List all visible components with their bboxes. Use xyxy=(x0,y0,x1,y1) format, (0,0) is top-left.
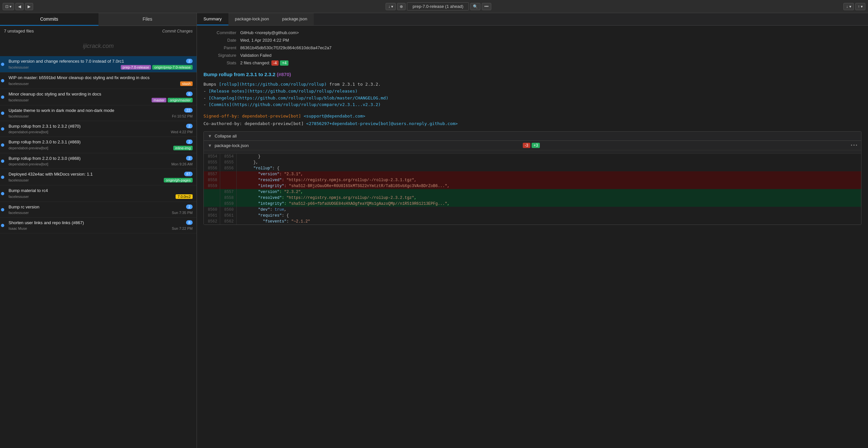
commit-item[interactable]: Bump material to rc4facelessuser7.0.0rc2 xyxy=(0,185,196,202)
diff-line-num-old: 8554 xyxy=(204,154,220,159)
commit-item[interactable]: Deployed 432e4ac with MkDocs version: 1.… xyxy=(0,169,196,185)
commit-date: Sun 7:35 PM xyxy=(172,211,193,215)
diff-line-content: }, xyxy=(237,159,861,166)
forward-button[interactable]: ▶ xyxy=(25,3,33,10)
pull-button[interactable]: ↓ ▾ xyxy=(843,3,854,10)
diff-line-num-new: 8558 xyxy=(220,195,237,201)
stats-label: Stats xyxy=(204,60,236,66)
commit-header: Bump rc version2 xyxy=(8,205,193,209)
tab-summary[interactable]: Summary xyxy=(197,13,228,25)
co-authored: Co-authored-by: dependabot-preview[bot] … xyxy=(204,121,862,126)
commit-header: WIP on master: b5591bd Minor cleanup doc… xyxy=(8,75,193,80)
issue-link: (#870) xyxy=(277,71,291,77)
search-button[interactable]: 🔍 xyxy=(470,3,480,10)
commit-count: 87 xyxy=(184,172,193,176)
diff-line: 8558 "resolved": "https://registry.npmjs… xyxy=(204,195,861,201)
unstaged-title: 7 unstaged files xyxy=(4,29,34,33)
window-controls[interactable]: ⊡ ▾ xyxy=(3,3,14,10)
diff-line-num-old xyxy=(204,201,220,207)
commit-changes-button[interactable]: Commit Changes xyxy=(162,29,193,33)
commit-tags: Sun 7:35 PM xyxy=(172,211,193,215)
signature-label: Signature xyxy=(204,52,236,58)
diff-line-num-old: 8560 xyxy=(204,207,220,213)
collapse-all-bar[interactable]: ▼ Collapse all xyxy=(204,131,861,141)
commit-item[interactable]: Bump rollup from 2.3.0 to 2.3.1 (#869)2d… xyxy=(0,137,196,153)
tab-package-json[interactable]: package.json xyxy=(276,13,314,25)
toolbar-right: ↓ ▾ ↑ ▾ xyxy=(843,3,865,10)
stats-minus: -4 xyxy=(271,60,279,66)
fetch-button[interactable]: ↓ ▾ xyxy=(385,3,396,10)
diff-line: 85548554 } xyxy=(204,154,861,159)
diff-line-content: "rollup": { xyxy=(237,166,861,171)
diff-line-num-old: 8562 xyxy=(204,218,220,225)
diff-line: 8559 "integrity": "sha512-BRjzOauORe+R0U… xyxy=(204,183,861,189)
body-line2: - [Release notes](https://github.com/rol… xyxy=(204,88,862,95)
commit-title: WIP on master: b5591bd Minor cleanup doc… xyxy=(8,75,190,80)
commit-header: Bump rollup from 2.3.1 to 2.3.2 (#870)2 xyxy=(8,124,193,129)
commit-item[interactable]: Minor cleanup doc styling and fix wordin… xyxy=(0,89,196,106)
more-button[interactable]: ••• xyxy=(482,3,491,10)
commit-indicator xyxy=(1,127,4,131)
body-line1: Bumps [rollup](https://github.com/rollup… xyxy=(204,81,862,88)
diff-section: ▼ Collapse all ▼ package-lock.json -3 +3… xyxy=(204,131,862,225)
commit-item[interactable]: Bump rc version2facelessuserSun 7:35 PM xyxy=(0,202,196,218)
commit-tag: origin/gh-pages xyxy=(164,178,193,182)
diff-file-arrow: ▼ xyxy=(208,143,212,148)
commit-date: Sun 7:22 PM xyxy=(172,227,193,230)
diff-line: 8558 "resolved": "https://registry.npmjs… xyxy=(204,177,861,183)
diff-line-num-new xyxy=(220,171,237,177)
left-content: 7 unstaged files Commit Changes ijicrack… xyxy=(0,26,196,448)
commit-footer: Isaac MuseSun 7:22 PM xyxy=(8,227,193,230)
commit-tag: stash xyxy=(180,81,193,86)
commit-item[interactable]: Bump rollup from 2.2.0 to 2.3.0 (#868)2d… xyxy=(0,153,196,169)
commit-item[interactable]: Shorten user links and repo links (#867)… xyxy=(0,218,196,233)
tab-commits[interactable]: Commits xyxy=(0,13,98,26)
tab-package-lock[interactable]: package-lock.json xyxy=(228,13,276,25)
commit-title: Deployed 432e4ac with MkDocs version: 1.… xyxy=(8,172,182,177)
diff-line-num-new xyxy=(220,183,237,189)
diff-line-num-old: 8556 xyxy=(204,166,220,171)
commit-item[interactable]: Bump version and change references to 7.… xyxy=(0,56,196,72)
commit-item[interactable]: Bump rollup from 2.3.1 to 2.3.2 (#870)2d… xyxy=(0,121,196,137)
back-button[interactable]: ◀ xyxy=(16,3,24,10)
commit-author: facelessuser xyxy=(8,195,29,199)
commit-author: facelessuser xyxy=(8,98,29,102)
commit-count: 22 xyxy=(184,108,193,113)
diff-line-content: "version": "2.3.1", xyxy=(237,171,861,177)
right-content: Committer GitHub <noreply@github.com> Da… xyxy=(197,26,868,448)
commit-indicator xyxy=(1,143,4,147)
left-panel: Commits Files 7 unstaged files Commit Ch… xyxy=(0,13,197,448)
collapse-arrow: ▼ xyxy=(208,133,212,139)
commit-count: 2 xyxy=(186,156,193,160)
commit-indicator xyxy=(1,176,4,179)
diff-line-num-old: 8559 xyxy=(204,183,220,189)
push-button[interactable]: ⊕ xyxy=(397,3,406,10)
commit-item[interactable]: WIP on master: b5591bd Minor cleanup doc… xyxy=(0,72,196,89)
commit-header: Bump rollup from 2.3.0 to 2.3.1 (#869)2 xyxy=(8,140,193,144)
toolbar-center: ↓ ▾ ⊕ prep-7.0-release (1 ahead) 🔍 ••• xyxy=(34,2,842,10)
diff-actions-button[interactable]: • • • xyxy=(851,143,857,148)
parent-label: Parent xyxy=(204,44,236,51)
commit-tag: inline-img xyxy=(173,146,193,150)
commit-tag: origin/master xyxy=(168,98,193,102)
commit-indicator xyxy=(1,159,4,163)
commit-tags: Wed 4:22 PM xyxy=(171,130,193,134)
commit-title: Shorten user links and repo links (#867) xyxy=(8,220,183,225)
diff-line-content: "resolved": "https://registry.npmjs.org/… xyxy=(237,177,861,183)
push-right-button[interactable]: ↑ ▾ xyxy=(855,3,865,10)
commit-header: Bump material to rc4 xyxy=(8,188,193,193)
commit-count: 6 xyxy=(186,92,193,96)
commit-header: Update theme to work in dark mode and no… xyxy=(8,108,193,113)
commit-footer: facelessuserprep-7.0-releaseorigin/prep-… xyxy=(8,65,193,69)
commit-item[interactable]: Update theme to work in dark mode and no… xyxy=(0,106,196,121)
diff-line-num-new: 8554 xyxy=(220,154,237,159)
commit-tags: Sun 7:22 PM xyxy=(172,227,193,230)
commit-author: facelessuser xyxy=(8,82,29,86)
commit-indicator xyxy=(1,112,4,115)
commit-indicator xyxy=(1,192,4,195)
diff-line-num-old xyxy=(204,195,220,201)
commit-footer: facelessuserSun 7:35 PM xyxy=(8,211,193,215)
commit-tags: Fri 10:52 PM xyxy=(172,114,193,118)
tab-files[interactable]: Files xyxy=(98,13,197,26)
diff-line: 85628562 "fsevents": "~2.1.2" xyxy=(204,218,861,225)
